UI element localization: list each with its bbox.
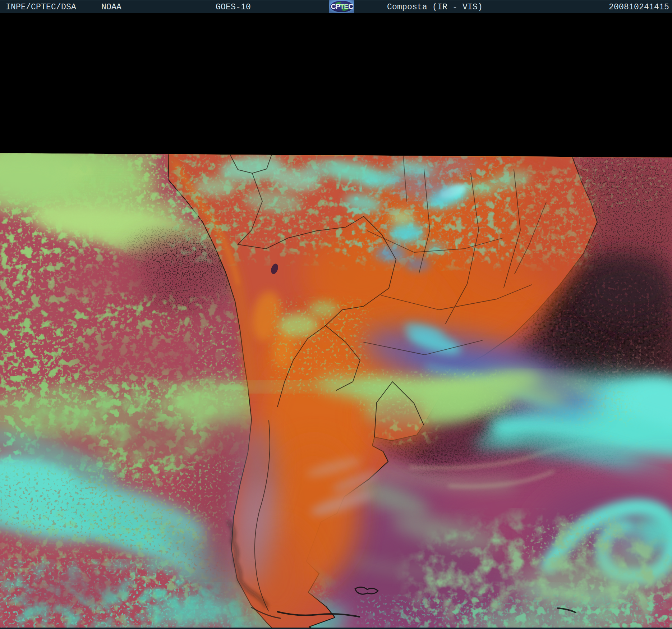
svg-text:CPTEC: CPTEC bbox=[331, 3, 354, 10]
